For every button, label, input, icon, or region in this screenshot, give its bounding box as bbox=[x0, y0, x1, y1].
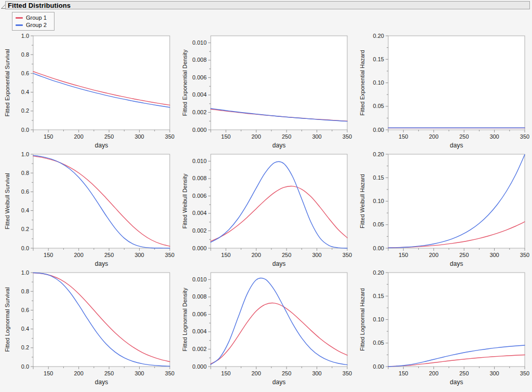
fitted-weibull-hazard-y-tick-label: 0.15 bbox=[373, 174, 384, 181]
fitted-exponential-survival-x-tick-label: 350 bbox=[165, 133, 174, 140]
fitted-lognormal-survival-x-tick-label: 300 bbox=[134, 370, 144, 376]
fitted-weibull-hazard-y-tick-label: 0.20 bbox=[373, 151, 384, 157]
plot-fitted-exponential-hazard: 0.000.050.100.150.20150200250300350Fitte… bbox=[355, 32, 532, 151]
fitted-weibull-hazard-x-tick-label: 250 bbox=[459, 252, 469, 258]
fitted-exponential-density-y-axis-label: Fitted Exponential Density bbox=[182, 49, 188, 116]
fitted-exponential-density-x-tick-label: 250 bbox=[282, 133, 291, 140]
fitted-weibull-density-x-axis-label: days bbox=[272, 260, 285, 267]
fitted-exponential-density-x-tick-label: 300 bbox=[312, 133, 321, 140]
fitted-lognormal-density-x-tick-label: 300 bbox=[312, 370, 321, 376]
fitted-exponential-hazard-x-axis-label: days bbox=[450, 142, 463, 149]
fitted-lognormal-hazard-x-axis-label: days bbox=[450, 379, 463, 386]
report-window: Fitted Distributions Group 1 Group 2 0.0… bbox=[0, 0, 532, 392]
fitted-exponential-hazard-y-tick-label: 0.10 bbox=[373, 79, 384, 86]
fitted-exponential-hazard-y-tick-label: 0.15 bbox=[373, 56, 384, 62]
fitted-weibull-density-canvas: 0.0000.0020.0040.0060.0080.0101502002503… bbox=[178, 151, 355, 269]
fitted-exponential-hazard-canvas: 0.000.050.100.150.20150200250300350Fitte… bbox=[355, 32, 532, 151]
fitted-lognormal-density-x-tick-label: 200 bbox=[251, 370, 261, 376]
fitted-lognormal-hazard-x-tick-label: 300 bbox=[489, 370, 499, 376]
fitted-lognormal-density-y-axis-label: Fitted Lognormal Density bbox=[182, 288, 188, 352]
fitted-weibull-hazard-y-tick-label: 0.10 bbox=[373, 198, 384, 204]
fitted-exponential-survival-x-tick-label: 200 bbox=[74, 133, 83, 140]
fitted-exponential-survival-y-tick-label: 0.2 bbox=[21, 107, 29, 114]
outline-header[interactable]: Fitted Distributions bbox=[5, 1, 530, 9]
fitted-weibull-survival-y-tick-label: 0.8 bbox=[21, 170, 29, 176]
fitted-weibull-survival-x-tick-label: 350 bbox=[165, 252, 174, 258]
fitted-lognormal-survival-y-axis-label: Fitted Lognormal Survival bbox=[4, 287, 10, 352]
fitted-weibull-density-y-tick-label: 0.000 bbox=[192, 245, 207, 251]
plot-grid: 0.00.20.40.60.81.0150200250300350Fitted … bbox=[0, 32, 532, 387]
plot-fitted-lognormal-hazard: 0.000.050.100.150.20150200250300350Fitte… bbox=[355, 269, 532, 387]
fitted-weibull-density-y-tick-label: 0.004 bbox=[192, 210, 207, 216]
fitted-lognormal-survival-x-tick-label: 150 bbox=[44, 370, 53, 376]
fitted-exponential-hazard-y-tick-label: 0.00 bbox=[373, 127, 384, 133]
fitted-lognormal-density-x-axis-label: days bbox=[272, 379, 285, 386]
fitted-weibull-survival-y-tick-label: 0.4 bbox=[21, 207, 29, 213]
plot-fitted-weibull-density: 0.0000.0020.0040.0060.0080.0101502002503… bbox=[178, 151, 355, 269]
fitted-lognormal-survival-y-tick-label: 0.6 bbox=[21, 307, 29, 313]
fitted-exponential-survival-x-axis-label: days bbox=[95, 142, 108, 149]
fitted-weibull-hazard-y-axis-label: Fitted Weibull Hazard bbox=[359, 174, 365, 228]
fitted-exponential-density-y-tick-label: 0.006 bbox=[192, 74, 207, 80]
fitted-exponential-hazard-x-tick-label: 200 bbox=[429, 133, 438, 140]
fitted-exponential-hazard-x-tick-label: 350 bbox=[520, 133, 529, 140]
group1-line-swatch bbox=[16, 17, 23, 19]
fitted-weibull-survival-canvas: 0.00.20.40.60.81.0150200250300350Fitted … bbox=[0, 151, 178, 269]
fitted-exponential-survival-y-tick-label: 0.8 bbox=[21, 51, 29, 58]
fitted-exponential-density-x-axis-label: days bbox=[272, 142, 285, 149]
fitted-exponential-survival-x-tick-label: 250 bbox=[104, 133, 114, 140]
fitted-weibull-survival-y-tick-label: 0.2 bbox=[21, 226, 29, 232]
fitted-lognormal-density-y-tick-label: 0.006 bbox=[192, 311, 207, 317]
fitted-exponential-hazard-x-tick-label: 300 bbox=[489, 133, 499, 140]
fitted-weibull-density-x-tick-label: 300 bbox=[312, 252, 321, 258]
fitted-lognormal-survival-y-tick-label: 0.0 bbox=[21, 363, 29, 370]
fitted-lognormal-survival-x-tick-label: 350 bbox=[165, 370, 174, 376]
fitted-lognormal-hazard-x-tick-label: 200 bbox=[429, 370, 438, 376]
fitted-weibull-density-x-tick-label: 350 bbox=[343, 252, 352, 258]
fitted-weibull-survival-x-tick-label: 250 bbox=[104, 252, 114, 258]
legend-item-group1[interactable]: Group 1 bbox=[16, 14, 52, 21]
fitted-exponential-density-canvas: 0.0000.0020.0040.0060.0080.0101502002503… bbox=[178, 32, 355, 151]
fitted-lognormal-hazard-y-tick-label: 0.05 bbox=[373, 340, 384, 346]
plot-fitted-weibull-survival: 0.00.20.40.60.81.0150200250300350Fitted … bbox=[0, 151, 178, 269]
fitted-weibull-survival-x-tick-label: 300 bbox=[134, 252, 144, 258]
fitted-exponential-density-x-tick-label: 200 bbox=[251, 133, 261, 140]
fitted-weibull-density-y-tick-label: 0.006 bbox=[192, 193, 207, 199]
fitted-lognormal-hazard-x-tick-label: 250 bbox=[459, 370, 469, 376]
fitted-weibull-density-y-tick-label: 0.010 bbox=[192, 158, 207, 164]
fitted-lognormal-hazard-y-tick-label: 0.20 bbox=[373, 269, 384, 276]
fitted-lognormal-survival-y-tick-label: 0.8 bbox=[21, 288, 29, 294]
fitted-lognormal-density-x-tick-label: 350 bbox=[343, 370, 352, 376]
fitted-exponential-survival-y-tick-label: 0.0 bbox=[21, 127, 29, 133]
fitted-weibull-density-x-tick-label: 150 bbox=[221, 252, 230, 258]
fitted-lognormal-density-x-tick-label: 250 bbox=[282, 370, 291, 376]
fitted-lognormal-density-y-tick-label: 0.000 bbox=[192, 363, 207, 370]
legend: Group 1 Group 2 bbox=[12, 12, 54, 31]
fitted-exponential-survival-y-tick-label: 0.6 bbox=[21, 70, 29, 76]
legend-item-group2[interactable]: Group 2 bbox=[16, 21, 52, 29]
fitted-lognormal-survival-x-tick-label: 200 bbox=[74, 370, 83, 376]
fitted-weibull-survival-x-axis-label: days bbox=[95, 260, 108, 267]
fitted-weibull-survival-y-tick-label: 0.0 bbox=[21, 245, 29, 251]
fitted-weibull-density-y-axis-label: Fitted Weibull Density bbox=[182, 173, 188, 229]
fitted-exponential-hazard-y-tick-label: 0.05 bbox=[373, 103, 384, 109]
fitted-weibull-hazard-canvas: 0.000.050.100.150.20150200250300350Fitte… bbox=[355, 151, 532, 269]
fitted-weibull-density-y-tick-label: 0.002 bbox=[192, 227, 207, 234]
plot-fitted-weibull-hazard: 0.000.050.100.150.20150200250300350Fitte… bbox=[355, 151, 532, 269]
fitted-exponential-hazard-x-tick-label: 150 bbox=[399, 133, 408, 140]
fitted-lognormal-survival-x-axis-label: days bbox=[95, 379, 108, 386]
fitted-exponential-hazard-y-tick-label: 0.20 bbox=[373, 33, 384, 39]
fitted-weibull-survival-y-tick-label: 1.0 bbox=[21, 151, 29, 157]
fitted-lognormal-hazard-y-axis-label: Fitted Lognormal Hazard bbox=[359, 288, 365, 351]
fitted-exponential-hazard-x-tick-label: 250 bbox=[459, 133, 469, 140]
fitted-exponential-survival-x-tick-label: 150 bbox=[44, 133, 53, 140]
fitted-lognormal-density-x-tick-label: 150 bbox=[221, 370, 230, 376]
fitted-lognormal-density-y-tick-label: 0.002 bbox=[192, 346, 207, 352]
fitted-lognormal-survival-y-tick-label: 1.0 bbox=[21, 269, 29, 276]
fitted-weibull-hazard-x-tick-label: 150 bbox=[399, 252, 408, 258]
fitted-lognormal-density-canvas: 0.0000.0020.0040.0060.0080.0101502002503… bbox=[178, 269, 355, 387]
fitted-weibull-hazard-x-tick-label: 350 bbox=[520, 252, 529, 258]
fitted-exponential-survival-y-tick-label: 1.0 bbox=[21, 33, 29, 39]
legend-label-group1: Group 1 bbox=[26, 15, 47, 21]
fitted-exponential-density-y-tick-label: 0.008 bbox=[192, 57, 207, 63]
